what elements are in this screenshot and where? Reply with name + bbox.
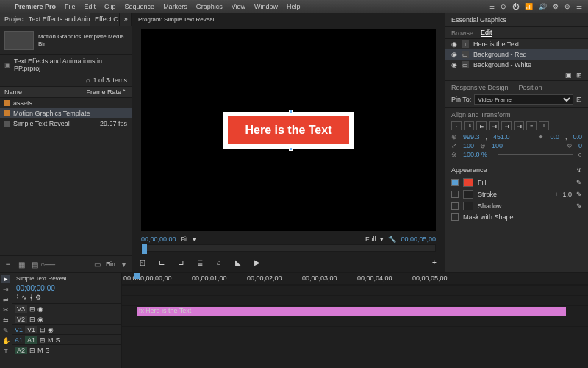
eye-icon[interactable]: ◉ — [451, 51, 457, 58]
chevron-down-icon[interactable]: ▾ — [118, 259, 129, 269]
link-icon[interactable]: ∿ — [21, 294, 27, 301]
shadow-swatch[interactable] — [463, 202, 473, 210]
program-monitor[interactable]: Here is the Text — [141, 29, 436, 231]
track-select-icon[interactable]: ⇥ — [1, 285, 10, 294]
track-v1[interactable]: fx Here is the Text — [122, 305, 588, 316]
chevron-down-icon[interactable]: ▾ — [193, 236, 196, 243]
filter-icon[interactable]: ⌕ — [86, 77, 90, 84]
stroke-swatch[interactable] — [463, 190, 473, 199]
step-back-icon[interactable]: ⊑ — [194, 256, 206, 268]
list-item[interactable]: Motion Graphics Template — [0, 108, 132, 118]
menu-clip[interactable]: Clip — [104, 3, 116, 10]
link-icon[interactable]: ⊗ — [480, 142, 486, 149]
hand-icon[interactable]: ✋ — [1, 336, 10, 345]
layer-row[interactable]: ◉ ▭ Background - Red — [445, 49, 588, 60]
menu-graphics[interactable]: Graphics — [196, 3, 223, 10]
selection-tool-icon[interactable]: ▸ — [1, 275, 10, 283]
play-icon[interactable]: ▶ — [251, 256, 263, 268]
align-center-v-icon[interactable]: ⫤ — [501, 121, 512, 130]
type-tool-icon[interactable]: T — [1, 347, 10, 355]
camera-icon[interactable]: ⌂ — [213, 256, 225, 268]
add-button-icon[interactable]: + — [429, 256, 440, 268]
track-header-v1[interactable]: V1V1⊟◉ — [12, 324, 121, 334]
track-header-v3[interactable]: V3⊟◉ — [12, 303, 121, 314]
align-center-h-icon[interactable]: ⫡ — [464, 121, 474, 130]
align-top-icon[interactable]: ⫣ — [489, 121, 499, 130]
graphic-text[interactable]: Here is the Text — [228, 116, 350, 144]
scale-h[interactable]: 100 — [492, 142, 503, 149]
resolution-dropdown[interactable]: Full — [365, 236, 376, 243]
effects-tab[interactable]: Effect C… — [90, 13, 120, 26]
graphic-background-white[interactable]: Here is the Text — [223, 112, 354, 149]
wifi-icon[interactable]: 📶 — [525, 3, 533, 10]
in-icon[interactable]: ⊏ — [156, 256, 168, 268]
list-view-icon[interactable]: ≡ — [3, 259, 13, 269]
layer-row[interactable]: ◉ T Here is the Text — [445, 39, 588, 49]
system-tray[interactable]: ☰ ⊙ ⏻ 📶 🔊 ⚙ ⊕ ☰ — [489, 3, 582, 10]
align-left-icon[interactable]: ⫠ — [451, 121, 462, 130]
chevron-down-icon[interactable]: ⌃ — [121, 88, 127, 96]
distribute-icon[interactable]: ≡ — [526, 121, 537, 130]
menu-view[interactable]: View — [232, 3, 245, 10]
handle-icon[interactable] — [289, 110, 293, 113]
slip-icon[interactable]: ⇆ — [1, 316, 10, 325]
settings-icon[interactable]: ⚙ — [35, 294, 41, 301]
col-name[interactable]: Name — [4, 88, 86, 96]
eyedropper-icon[interactable]: ✎ — [576, 191, 582, 198]
razor-icon[interactable]: ✂ — [1, 305, 10, 314]
pen-icon[interactable]: ✎ — [1, 326, 10, 335]
tray-icon[interactable]: ⏻ — [512, 3, 519, 10]
tray-icon[interactable]: ☰ — [489, 3, 495, 10]
ripple-edit-icon[interactable]: ⇄ — [1, 295, 10, 304]
tray-icon[interactable]: ⊙ — [501, 3, 506, 10]
playhead[interactable] — [142, 244, 147, 254]
eye-icon[interactable]: ◉ — [451, 40, 457, 48]
bin-header[interactable]: Motion Graphics Template Media Bin — [0, 26, 132, 55]
freeform-view-icon[interactable]: ▤ — [29, 259, 40, 269]
anchor-y[interactable]: 0.0 — [573, 133, 582, 141]
tray-icon[interactable]: ☰ — [576, 3, 582, 10]
icon-view-icon[interactable]: ▦ — [16, 259, 26, 269]
tray-icon[interactable]: ⚙ — [553, 3, 559, 10]
snap-icon[interactable]: ⌇ — [16, 294, 19, 301]
pin-dropdown[interactable]: Video Frame — [474, 94, 573, 105]
menu-window[interactable]: Window — [254, 3, 278, 10]
current-timecode[interactable]: 00;00;00;00 — [141, 236, 176, 243]
timeline-timecode[interactable]: 00;00;00;00 — [12, 284, 121, 294]
track-v3[interactable] — [122, 285, 588, 295]
menu-help[interactable]: Help — [287, 3, 301, 10]
track-header-v2[interactable]: V2⊟◉ — [12, 314, 121, 324]
anchor-x[interactable]: 0.0 — [550, 133, 559, 141]
shadow-checkbox[interactable] — [451, 202, 459, 210]
project-tab[interactable]: Project: Text Effects and Animations in … — [0, 13, 90, 26]
menu-sequence[interactable]: Sequence — [125, 3, 155, 10]
zoom-slider[interactable]: ○── — [43, 259, 53, 269]
timeline-ruler[interactable]: 00;00 00;00;00;00 00;00;01;00 00;00;02;0… — [122, 273, 588, 285]
mask-checkbox[interactable] — [451, 213, 459, 221]
volume-icon[interactable]: 🔊 — [539, 3, 547, 10]
marker-icon[interactable]: ⍿ — [29, 294, 33, 301]
fill-swatch[interactable] — [463, 178, 473, 187]
distribute-icon[interactable]: ⦀ — [539, 121, 549, 130]
tab-browse[interactable]: Browse — [451, 29, 473, 37]
pin-target-icon[interactable]: ⊡ — [576, 96, 582, 103]
new-bin-icon[interactable]: ▭ — [93, 259, 103, 269]
chevron-down-icon[interactable]: ▾ — [380, 236, 384, 243]
pos-x[interactable]: 999.3 — [463, 133, 480, 141]
eye-icon[interactable]: ◉ — [451, 61, 457, 68]
tray-icon[interactable]: ⊕ — [564, 3, 570, 10]
track-header-a2[interactable]: A2⊟MS — [12, 344, 121, 355]
track-v2[interactable] — [122, 295, 588, 305]
wrench-icon[interactable]: 🔧 — [388, 236, 396, 243]
wrench-icon[interactable]: ↯ — [576, 166, 582, 174]
zoom-fit-dropdown[interactable]: Fit — [181, 236, 188, 243]
menu-markers[interactable]: Markers — [163, 3, 187, 10]
align-right-icon[interactable]: ⫢ — [476, 121, 487, 130]
new-layer-icon[interactable]: ▣ — [565, 71, 572, 79]
stroke-checkbox[interactable] — [451, 191, 459, 198]
track-header-a1[interactable]: A1A1⊟MS — [12, 334, 121, 344]
timeline-playhead[interactable] — [137, 273, 137, 368]
track-a2[interactable] — [122, 326, 588, 336]
project-file-row[interactable]: ▣ Text Effects and Animations in PP.prpr… — [0, 55, 132, 74]
col-framerate[interactable]: Frame Rate — [86, 88, 121, 96]
